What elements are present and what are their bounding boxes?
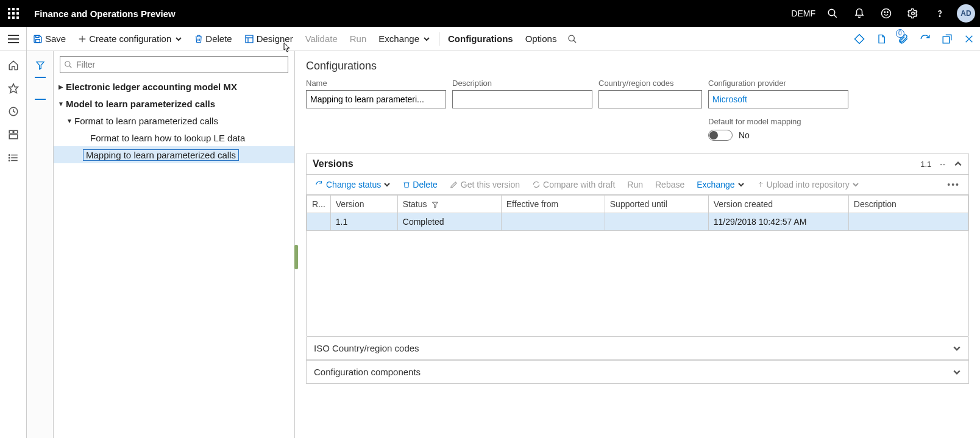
- nav-home-button[interactable]: [0, 54, 27, 77]
- splitter-handle[interactable]: [294, 245, 298, 269]
- nav-modules-button[interactable]: [0, 146, 27, 169]
- svg-point-40: [9, 155, 10, 156]
- description-input[interactable]: [452, 90, 592, 108]
- tree-filter-input[interactable]: [75, 59, 284, 70]
- nav-recent-button[interactable]: [0, 100, 27, 123]
- configurations-tab[interactable]: Configurations: [442, 27, 519, 51]
- upload-repo-label: Upload into repository: [767, 180, 850, 189]
- tree-node[interactable]: Format to learn how to lookup LE data: [54, 129, 294, 146]
- notifications-button[interactable]: [846, 0, 873, 27]
- provider-input[interactable]: [708, 90, 848, 108]
- global-search-button[interactable]: [819, 0, 846, 27]
- help-button[interactable]: [926, 0, 953, 27]
- options-label: Options: [525, 34, 557, 44]
- attachments-badge: 0: [896, 29, 904, 38]
- filter-pane-button[interactable]: [27, 54, 54, 77]
- tree-node-label: Format to learn parameterized calls: [74, 116, 218, 126]
- cell-version[interactable]: 1.1: [330, 213, 397, 231]
- versions-run-button[interactable]: Run: [622, 177, 648, 192]
- rebase-button[interactable]: Rebase: [650, 177, 689, 192]
- compare-button[interactable]: Compare with draft: [527, 177, 620, 192]
- chevron-down-icon: [175, 35, 182, 43]
- grid-hscroll[interactable]: [307, 329, 968, 336]
- collapse-icon[interactable]: [954, 160, 962, 168]
- versions-exchange-button[interactable]: Exchange: [692, 177, 749, 192]
- default-label: Default for model mapping: [708, 117, 848, 126]
- cell-description[interactable]: [848, 213, 968, 231]
- col-description[interactable]: Description: [848, 196, 968, 213]
- more-actions-button[interactable]: •••: [942, 177, 965, 192]
- app-launcher-button[interactable]: [0, 0, 27, 27]
- related-info-button[interactable]: [848, 27, 870, 51]
- upload-repo-button[interactable]: Upload into repository: [752, 177, 864, 192]
- tree-node-selected[interactable]: Mapping to learn parameterized calls: [54, 146, 294, 163]
- col-effective[interactable]: Effective from: [501, 196, 605, 213]
- delete-button[interactable]: Delete: [188, 27, 238, 51]
- expand-icon[interactable]: ▶: [56, 83, 66, 90]
- components-title: Configuration components: [314, 367, 421, 377]
- col-status[interactable]: Status: [397, 196, 501, 213]
- grid-row[interactable]: 1.1 Completed 11/29/2018 10:42:57 AM: [307, 213, 968, 231]
- cell-supported[interactable]: [605, 213, 708, 231]
- save-label: Save: [45, 34, 66, 44]
- tree-node[interactable]: ▼ Model to learn parameterized calls: [54, 95, 294, 112]
- col-created[interactable]: Version created: [708, 196, 848, 213]
- tree-node[interactable]: ▶ Electronic ledger accounting model MX: [54, 78, 294, 95]
- row-selector[interactable]: [307, 213, 331, 231]
- cell-status[interactable]: Completed: [397, 213, 501, 231]
- default-toggle[interactable]: [708, 130, 733, 141]
- svg-rect-0: [8, 8, 10, 10]
- tree-node-label: Format to learn how to lookup LE data: [90, 133, 245, 143]
- get-version-button[interactable]: Get this version: [445, 177, 525, 192]
- star-icon: [8, 83, 19, 94]
- versions-header[interactable]: Versions 1.1 --: [307, 154, 968, 175]
- refresh-button[interactable]: [914, 27, 936, 51]
- versions-delete-button[interactable]: Delete: [398, 177, 442, 192]
- svg-point-26: [569, 35, 574, 41]
- svg-marker-47: [433, 202, 438, 208]
- search-icon: [567, 34, 577, 44]
- create-configuration-button[interactable]: Create configuration: [72, 27, 188, 51]
- find-button[interactable]: [563, 27, 582, 51]
- exchange-label: Exchange: [378, 34, 419, 44]
- attachments-button[interactable]: 0: [892, 27, 914, 51]
- list-view-button[interactable]: [27, 77, 54, 100]
- options-tab[interactable]: Options: [519, 27, 563, 51]
- save-button[interactable]: Save: [27, 27, 72, 51]
- tree-node[interactable]: ▼ Format to learn parameterized calls: [54, 112, 294, 129]
- codes-input[interactable]: [598, 90, 702, 108]
- name-input[interactable]: [306, 90, 446, 108]
- cell-created[interactable]: 11/29/2018 10:42:57 AM: [708, 213, 848, 231]
- tree-filter[interactable]: [60, 56, 288, 73]
- exchange-button[interactable]: Exchange: [372, 27, 436, 51]
- user-avatar[interactable]: AD: [957, 4, 975, 23]
- iso-codes-fasttab[interactable]: ISO Country/region codes: [306, 337, 969, 360]
- settings-button[interactable]: [900, 0, 926, 27]
- nav-workspaces-button[interactable]: [0, 123, 27, 146]
- open-in-office-button[interactable]: [870, 27, 892, 51]
- nav-favorites-button[interactable]: [0, 77, 27, 100]
- col-supported[interactable]: Supported until: [605, 196, 708, 213]
- svg-rect-35: [13, 130, 17, 133]
- nav-toggle-button[interactable]: [0, 27, 27, 51]
- action-bar: Save Create configuration Delete Designe…: [0, 27, 980, 51]
- versions-delete-label: Delete: [413, 180, 437, 189]
- run-button[interactable]: Run: [344, 27, 373, 51]
- iso-codes-title: ISO Country/region codes: [314, 343, 419, 353]
- change-status-button[interactable]: Change status: [310, 177, 396, 192]
- col-version[interactable]: Version: [330, 196, 397, 213]
- validate-button[interactable]: Validate: [299, 27, 344, 51]
- collapse-icon[interactable]: ▼: [65, 118, 74, 124]
- popout-button[interactable]: [936, 27, 958, 51]
- environment-label: DEMF: [791, 9, 815, 18]
- col-rev[interactable]: R...: [307, 196, 331, 213]
- cell-effective[interactable]: [501, 213, 605, 231]
- collapse-icon[interactable]: ▼: [56, 101, 66, 107]
- list-icon: [8, 152, 19, 163]
- validate-label: Validate: [305, 34, 338, 44]
- feedback-button[interactable]: [873, 0, 900, 27]
- close-button[interactable]: [958, 27, 980, 51]
- svg-rect-36: [9, 135, 18, 139]
- components-fasttab[interactable]: Configuration components: [306, 360, 969, 384]
- designer-button[interactable]: Designer: [238, 27, 299, 51]
